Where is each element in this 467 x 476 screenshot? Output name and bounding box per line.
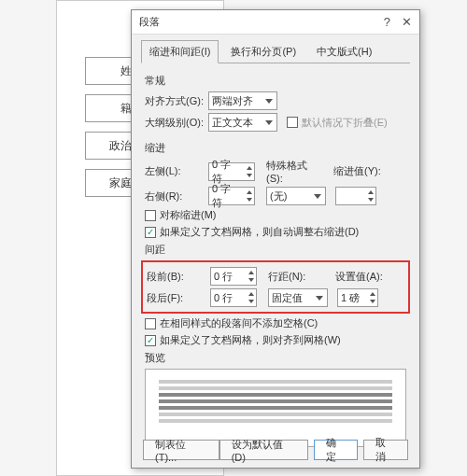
snap-grid-checkbox[interactable]: ✓如果定义了文档网格，则对齐到网格(W): [145, 333, 341, 347]
checkbox-icon: [287, 117, 298, 128]
dialog-title: 段落: [139, 15, 160, 29]
line-spacing-label: 行距(N):: [268, 270, 320, 284]
set-value-input[interactable]: 1 磅: [337, 288, 378, 307]
paragraph-dialog: 段落 ? ✕ 缩进和间距(I) 换行和分页(P) 中文版式(H) 常规 对齐方式…: [131, 9, 420, 469]
section-general: 常规: [145, 74, 406, 88]
section-indent: 缩进: [145, 141, 406, 155]
preview-box: [145, 369, 406, 447]
after-input[interactable]: 0 行: [210, 288, 257, 307]
after-label: 段后(F):: [147, 291, 206, 305]
checkbox-icon: [145, 210, 156, 221]
alignment-label: 对齐方式(G):: [145, 94, 205, 108]
alignment-select[interactable]: 两端对齐: [208, 91, 277, 110]
left-indent-label: 左侧(L):: [145, 164, 205, 178]
close-icon[interactable]: ✕: [402, 15, 412, 29]
special-select[interactable]: (无): [266, 187, 326, 205]
section-preview: 预览: [145, 351, 406, 365]
tab-chinese[interactable]: 中文版式(H): [308, 40, 380, 63]
right-indent-label: 右侧(R):: [145, 189, 205, 203]
no-space-checkbox[interactable]: 在相同样式的段落间不添加空格(C): [145, 316, 318, 330]
cancel-button[interactable]: 取消: [363, 440, 408, 460]
tab-indent-spacing[interactable]: 缩进和间距(I): [141, 40, 219, 63]
indent-value-input[interactable]: [335, 187, 376, 205]
tab-line-page[interactable]: 换行和分页(P): [222, 40, 304, 63]
titlebar: 段落 ? ✕: [132, 10, 419, 35]
mirror-checkbox[interactable]: 对称缩进(M): [145, 208, 217, 222]
indent-value-label: 缩进值(Y):: [333, 164, 386, 178]
line-spacing-select[interactable]: 固定值: [268, 288, 328, 307]
collapse-checkbox[interactable]: 默认情况下折叠(E): [287, 116, 388, 130]
tab-strip: 缩进和间距(I) 换行和分页(P) 中文版式(H): [132, 35, 419, 63]
before-input[interactable]: 0 行: [210, 267, 257, 286]
section-spacing: 间距: [145, 243, 406, 257]
highlight-box: 段前(B): 0 行 行距(N): 设置值(A): 段后(F): 0 行 固定值…: [141, 260, 410, 314]
tabstops-button[interactable]: 制表位(T)...: [143, 440, 219, 460]
checkbox-icon: ✓: [145, 335, 156, 346]
default-button[interactable]: 设为默认值(D): [219, 440, 308, 460]
right-indent-input[interactable]: 0 字符: [208, 187, 255, 205]
help-icon[interactable]: ?: [384, 15, 390, 29]
special-label: 特殊格式(S):: [266, 159, 318, 184]
auto-indent-checkbox[interactable]: ✓如果定义了文档网格，则自动调整右缩进(D): [145, 225, 359, 239]
checkbox-icon: ✓: [145, 227, 156, 238]
set-value-label: 设置值(A):: [335, 270, 388, 284]
checkbox-icon: [145, 318, 156, 329]
outline-select[interactable]: 正文文本: [208, 113, 277, 132]
outline-label: 大纲级别(O):: [145, 116, 205, 130]
before-label: 段前(B):: [147, 270, 206, 284]
ok-button[interactable]: 确定: [314, 440, 359, 460]
left-indent-input[interactable]: 0 字符: [208, 162, 255, 181]
